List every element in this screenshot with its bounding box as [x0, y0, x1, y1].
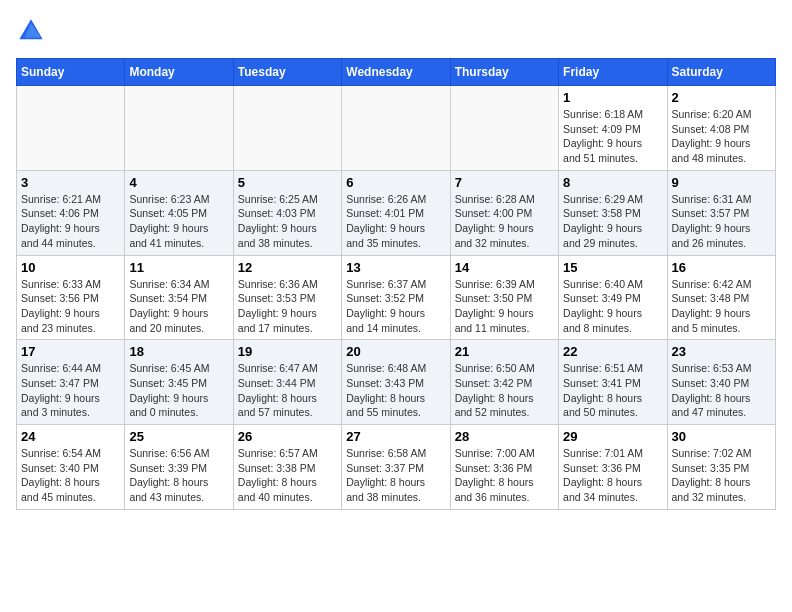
calendar-week-row: 1Sunrise: 6:18 AM Sunset: 4:09 PM Daylig…: [17, 86, 776, 171]
calendar-cell: 9Sunrise: 6:31 AM Sunset: 3:57 PM Daylig…: [667, 170, 775, 255]
day-info: Sunrise: 6:56 AM Sunset: 3:39 PM Dayligh…: [129, 446, 228, 505]
calendar-cell: 4Sunrise: 6:23 AM Sunset: 4:05 PM Daylig…: [125, 170, 233, 255]
calendar-cell: 17Sunrise: 6:44 AM Sunset: 3:47 PM Dayli…: [17, 340, 125, 425]
weekday-header-tuesday: Tuesday: [233, 59, 341, 86]
day-info: Sunrise: 6:39 AM Sunset: 3:50 PM Dayligh…: [455, 277, 554, 336]
day-number: 29: [563, 429, 662, 444]
calendar-cell: 30Sunrise: 7:02 AM Sunset: 3:35 PM Dayli…: [667, 425, 775, 510]
calendar-cell: 18Sunrise: 6:45 AM Sunset: 3:45 PM Dayli…: [125, 340, 233, 425]
day-info: Sunrise: 6:40 AM Sunset: 3:49 PM Dayligh…: [563, 277, 662, 336]
day-number: 2: [672, 90, 771, 105]
calendar-cell: 16Sunrise: 6:42 AM Sunset: 3:48 PM Dayli…: [667, 255, 775, 340]
calendar-cell: 8Sunrise: 6:29 AM Sunset: 3:58 PM Daylig…: [559, 170, 667, 255]
day-info: Sunrise: 6:26 AM Sunset: 4:01 PM Dayligh…: [346, 192, 445, 251]
day-number: 13: [346, 260, 445, 275]
day-info: Sunrise: 6:47 AM Sunset: 3:44 PM Dayligh…: [238, 361, 337, 420]
calendar-week-row: 10Sunrise: 6:33 AM Sunset: 3:56 PM Dayli…: [17, 255, 776, 340]
day-number: 20: [346, 344, 445, 359]
day-info: Sunrise: 6:18 AM Sunset: 4:09 PM Dayligh…: [563, 107, 662, 166]
day-number: 26: [238, 429, 337, 444]
day-number: 14: [455, 260, 554, 275]
day-info: Sunrise: 6:57 AM Sunset: 3:38 PM Dayligh…: [238, 446, 337, 505]
calendar-cell: 21Sunrise: 6:50 AM Sunset: 3:42 PM Dayli…: [450, 340, 558, 425]
day-info: Sunrise: 6:42 AM Sunset: 3:48 PM Dayligh…: [672, 277, 771, 336]
day-number: 9: [672, 175, 771, 190]
day-info: Sunrise: 6:29 AM Sunset: 3:58 PM Dayligh…: [563, 192, 662, 251]
weekday-header-thursday: Thursday: [450, 59, 558, 86]
calendar-cell: 27Sunrise: 6:58 AM Sunset: 3:37 PM Dayli…: [342, 425, 450, 510]
day-info: Sunrise: 6:36 AM Sunset: 3:53 PM Dayligh…: [238, 277, 337, 336]
calendar-week-row: 3Sunrise: 6:21 AM Sunset: 4:06 PM Daylig…: [17, 170, 776, 255]
calendar-cell: 6Sunrise: 6:26 AM Sunset: 4:01 PM Daylig…: [342, 170, 450, 255]
day-number: 7: [455, 175, 554, 190]
day-number: 30: [672, 429, 771, 444]
day-info: Sunrise: 6:50 AM Sunset: 3:42 PM Dayligh…: [455, 361, 554, 420]
day-info: Sunrise: 6:54 AM Sunset: 3:40 PM Dayligh…: [21, 446, 120, 505]
calendar-cell: [125, 86, 233, 171]
calendar-cell: 29Sunrise: 7:01 AM Sunset: 3:36 PM Dayli…: [559, 425, 667, 510]
day-number: 1: [563, 90, 662, 105]
calendar-cell: 23Sunrise: 6:53 AM Sunset: 3:40 PM Dayli…: [667, 340, 775, 425]
day-info: Sunrise: 7:02 AM Sunset: 3:35 PM Dayligh…: [672, 446, 771, 505]
calendar-cell: [17, 86, 125, 171]
day-info: Sunrise: 6:53 AM Sunset: 3:40 PM Dayligh…: [672, 361, 771, 420]
day-number: 27: [346, 429, 445, 444]
calendar-cell: 26Sunrise: 6:57 AM Sunset: 3:38 PM Dayli…: [233, 425, 341, 510]
calendar-cell: 24Sunrise: 6:54 AM Sunset: 3:40 PM Dayli…: [17, 425, 125, 510]
day-info: Sunrise: 6:51 AM Sunset: 3:41 PM Dayligh…: [563, 361, 662, 420]
weekday-header-monday: Monday: [125, 59, 233, 86]
weekday-header-sunday: Sunday: [17, 59, 125, 86]
day-info: Sunrise: 6:58 AM Sunset: 3:37 PM Dayligh…: [346, 446, 445, 505]
day-info: Sunrise: 7:00 AM Sunset: 3:36 PM Dayligh…: [455, 446, 554, 505]
day-number: 15: [563, 260, 662, 275]
day-info: Sunrise: 6:23 AM Sunset: 4:05 PM Dayligh…: [129, 192, 228, 251]
day-number: 5: [238, 175, 337, 190]
day-number: 4: [129, 175, 228, 190]
calendar-cell: 3Sunrise: 6:21 AM Sunset: 4:06 PM Daylig…: [17, 170, 125, 255]
calendar-cell: [450, 86, 558, 171]
day-number: 23: [672, 344, 771, 359]
day-info: Sunrise: 7:01 AM Sunset: 3:36 PM Dayligh…: [563, 446, 662, 505]
day-number: 18: [129, 344, 228, 359]
calendar-cell: [233, 86, 341, 171]
day-number: 3: [21, 175, 120, 190]
day-info: Sunrise: 6:31 AM Sunset: 3:57 PM Dayligh…: [672, 192, 771, 251]
day-number: 24: [21, 429, 120, 444]
calendar-cell: 11Sunrise: 6:34 AM Sunset: 3:54 PM Dayli…: [125, 255, 233, 340]
day-info: Sunrise: 6:44 AM Sunset: 3:47 PM Dayligh…: [21, 361, 120, 420]
day-number: 12: [238, 260, 337, 275]
day-info: Sunrise: 6:20 AM Sunset: 4:08 PM Dayligh…: [672, 107, 771, 166]
calendar-cell: 25Sunrise: 6:56 AM Sunset: 3:39 PM Dayli…: [125, 425, 233, 510]
weekday-header-wednesday: Wednesday: [342, 59, 450, 86]
calendar-cell: 13Sunrise: 6:37 AM Sunset: 3:52 PM Dayli…: [342, 255, 450, 340]
day-info: Sunrise: 6:28 AM Sunset: 4:00 PM Dayligh…: [455, 192, 554, 251]
day-info: Sunrise: 6:48 AM Sunset: 3:43 PM Dayligh…: [346, 361, 445, 420]
day-number: 22: [563, 344, 662, 359]
day-number: 16: [672, 260, 771, 275]
calendar-cell: 22Sunrise: 6:51 AM Sunset: 3:41 PM Dayli…: [559, 340, 667, 425]
day-number: 6: [346, 175, 445, 190]
calendar-cell: [342, 86, 450, 171]
calendar-week-row: 24Sunrise: 6:54 AM Sunset: 3:40 PM Dayli…: [17, 425, 776, 510]
calendar-cell: 10Sunrise: 6:33 AM Sunset: 3:56 PM Dayli…: [17, 255, 125, 340]
calendar-cell: 7Sunrise: 6:28 AM Sunset: 4:00 PM Daylig…: [450, 170, 558, 255]
logo-icon: [16, 16, 46, 46]
weekday-header-saturday: Saturday: [667, 59, 775, 86]
day-info: Sunrise: 6:45 AM Sunset: 3:45 PM Dayligh…: [129, 361, 228, 420]
day-number: 10: [21, 260, 120, 275]
calendar-cell: 15Sunrise: 6:40 AM Sunset: 3:49 PM Dayli…: [559, 255, 667, 340]
calendar-cell: 28Sunrise: 7:00 AM Sunset: 3:36 PM Dayli…: [450, 425, 558, 510]
day-number: 21: [455, 344, 554, 359]
calendar-cell: 1Sunrise: 6:18 AM Sunset: 4:09 PM Daylig…: [559, 86, 667, 171]
calendar-week-row: 17Sunrise: 6:44 AM Sunset: 3:47 PM Dayli…: [17, 340, 776, 425]
calendar-cell: 12Sunrise: 6:36 AM Sunset: 3:53 PM Dayli…: [233, 255, 341, 340]
day-info: Sunrise: 6:25 AM Sunset: 4:03 PM Dayligh…: [238, 192, 337, 251]
calendar-header-row: SundayMondayTuesdayWednesdayThursdayFrid…: [17, 59, 776, 86]
day-number: 17: [21, 344, 120, 359]
calendar-cell: 2Sunrise: 6:20 AM Sunset: 4:08 PM Daylig…: [667, 86, 775, 171]
logo: [16, 16, 50, 46]
calendar-cell: 20Sunrise: 6:48 AM Sunset: 3:43 PM Dayli…: [342, 340, 450, 425]
day-number: 11: [129, 260, 228, 275]
day-number: 8: [563, 175, 662, 190]
day-number: 28: [455, 429, 554, 444]
